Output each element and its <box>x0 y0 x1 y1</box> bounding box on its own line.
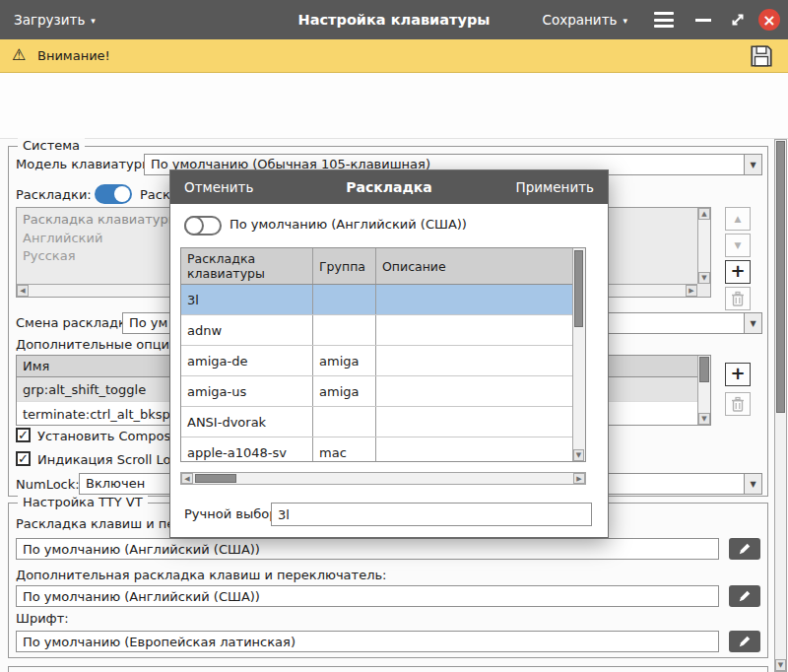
dialog-horizontal-scrollbar[interactable]: ◀ ▶ <box>180 472 586 485</box>
numlock-label: NumLock: <box>16 477 80 492</box>
scrollbar-thumb[interactable] <box>574 250 583 327</box>
move-layout-down-button[interactable]: ▼ <box>725 234 751 257</box>
layouts-label: Раскладки: <box>16 187 92 202</box>
menu-button[interactable] <box>654 12 674 28</box>
tty-font-label: Шрифт: <box>16 611 69 626</box>
layout-table-row[interactable]: amiga-us amiga <box>181 376 573 407</box>
titlebar: Загрузить ▾ Настройка клавиатуры Сохрани… <box>0 0 788 39</box>
default-layout-toggle[interactable] <box>184 216 222 235</box>
caret-down-icon: ▾ <box>623 16 627 26</box>
edit-font-button[interactable] <box>729 631 760 652</box>
scrollbar-thumb[interactable] <box>195 474 236 483</box>
layout-dialog: Отменить Раскладка Применить По умолчани… <box>169 169 609 538</box>
pencil-icon <box>738 542 752 556</box>
warning-icon: ⚠ <box>12 45 26 64</box>
layout-table-row[interactable]: adnw <box>181 315 573 346</box>
pencil-icon <box>738 589 752 603</box>
layouts-listbox-header: Раскладка клавиатуры <box>23 212 178 227</box>
trash-icon <box>731 396 745 412</box>
scroll-down-icon[interactable]: ▼ <box>775 659 786 671</box>
dialog-header: Отменить Раскладка Применить <box>170 170 608 204</box>
save-menu-label: Сохранить <box>543 12 618 28</box>
floppy-icon <box>749 43 774 69</box>
warning-text: Внимание! <box>37 48 110 63</box>
dropdown-arrow-icon: ▼ <box>744 155 761 174</box>
scrolllock-checkbox[interactable]: ✓ <box>16 451 31 466</box>
tty-keymap-label: Раскладка клавиш и пер <box>16 516 183 531</box>
dialog-apply-button[interactable]: Применить <box>516 170 594 204</box>
fullscreen-button[interactable] <box>729 11 747 29</box>
layout-table-row[interactable]: 3l <box>181 285 573 315</box>
tty-extra-input[interactable] <box>16 585 719 607</box>
add-option-button[interactable]: + <box>725 363 751 386</box>
close-icon: × <box>762 11 775 30</box>
save-menu-button[interactable]: Сохранить ▾ <box>543 0 627 39</box>
delete-layout-button[interactable] <box>725 287 751 310</box>
system-group-legend: Система <box>18 138 85 153</box>
scroll-down-icon[interactable]: ▼ <box>573 449 584 461</box>
options-vertical-scrollbar[interactable]: ▼ <box>697 356 710 425</box>
tty-font-input[interactable] <box>16 631 719 652</box>
tty-extra-label: Дополнительная раскладка клавиш и перекл… <box>16 568 386 582</box>
scroll-up-icon: ▲ <box>698 208 710 220</box>
next-group-edge <box>8 666 768 672</box>
compose-checkbox-label: Установить Compose <box>37 429 178 443</box>
scroll-right-icon: ▶ <box>686 285 697 297</box>
layout-table: Раскладка клавиатуры Группа Описание 3l … <box>180 247 586 462</box>
default-layout-toggle-label: По умолчанию (Английский (США)) <box>230 217 467 232</box>
manual-select-label: Ручной выбор: <box>184 506 282 521</box>
plus-icon: + <box>730 365 745 382</box>
edit-keymap-button[interactable] <box>729 538 760 560</box>
save-file-button[interactable] <box>749 43 774 69</box>
scrollbar-thumb[interactable] <box>699 357 709 382</box>
scroll-down-icon[interactable]: ▼ <box>698 413 710 425</box>
list-item: Русская <box>23 248 75 263</box>
dropdown-arrow-icon: ▼ <box>744 474 761 494</box>
layout-table-row[interactable]: ANSI-dvorak <box>181 407 573 437</box>
column-header[interactable]: Группа <box>313 248 376 284</box>
dialog-vertical-scrollbar[interactable]: ▼ <box>572 248 585 461</box>
scroll-right-icon[interactable]: ▶ <box>573 473 585 484</box>
tty-keymap-input[interactable] <box>16 538 719 560</box>
arrow-down-icon: ▼ <box>735 240 742 250</box>
list-item: Английский <box>23 231 102 245</box>
keyboard-model-label: Модель клавиатуры: <box>16 157 157 171</box>
minimize-button[interactable] <box>695 19 711 22</box>
scroll-down-icon: ▼ <box>698 272 710 284</box>
layout-table-header: Раскладка клавиатуры Группа Описание <box>181 248 573 285</box>
warning-banner: ⚠ Внимание! <box>0 39 788 73</box>
expand-icon <box>729 11 747 29</box>
layouts-toggle[interactable] <box>95 184 132 204</box>
compose-checkbox[interactable]: ✓ <box>16 428 31 442</box>
layouts-toggle-text: Раскл <box>140 187 169 202</box>
scroll-left-icon[interactable]: ◀ <box>181 473 193 484</box>
trash-icon <box>731 291 745 306</box>
scroll-left-icon: ◀ <box>17 285 29 297</box>
check-icon: ✓ <box>18 451 29 466</box>
edit-extra-button[interactable] <box>729 585 760 607</box>
hamburger-icon <box>654 12 674 15</box>
page-header: Клавиатура Настройка параметров клавиату… <box>0 73 788 138</box>
toggle-knob <box>114 186 130 202</box>
column-header[interactable]: Раскладка клавиатуры <box>181 248 313 284</box>
toggle-knob <box>184 216 204 235</box>
column-header[interactable]: Описание <box>376 248 573 284</box>
pencil-icon <box>738 635 752 648</box>
plus-icon: + <box>730 262 745 280</box>
close-button[interactable]: × <box>758 9 780 31</box>
scrolllock-checkbox-label: Индикация Scroll Lock <box>37 452 185 467</box>
move-layout-up-button[interactable]: ▲ <box>725 207 751 231</box>
app-window: Загрузить ▾ Настройка клавиатуры Сохрани… <box>0 0 788 672</box>
listbox-vertical-scrollbar: ▲ ▼ <box>697 208 710 284</box>
add-layout-button[interactable]: + <box>725 260 751 284</box>
dropdown-arrow-icon: ▼ <box>744 313 761 333</box>
layout-table-row[interactable]: amiga-de amiga <box>181 346 573 376</box>
layout-switch-label: Смена раскладки: <box>16 315 139 330</box>
scrollbar-thumb[interactable] <box>776 141 785 413</box>
main-scrollbar[interactable]: ▼ <box>774 139 787 672</box>
extra-options-label: Дополнительные опции: <box>16 337 182 352</box>
delete-option-button[interactable] <box>725 392 751 416</box>
manual-select-input[interactable] <box>271 503 592 526</box>
layout-table-row[interactable]: apple-a1048-sv mac <box>181 437 573 462</box>
tty-group-legend: Настройка TTY VT <box>18 495 148 509</box>
